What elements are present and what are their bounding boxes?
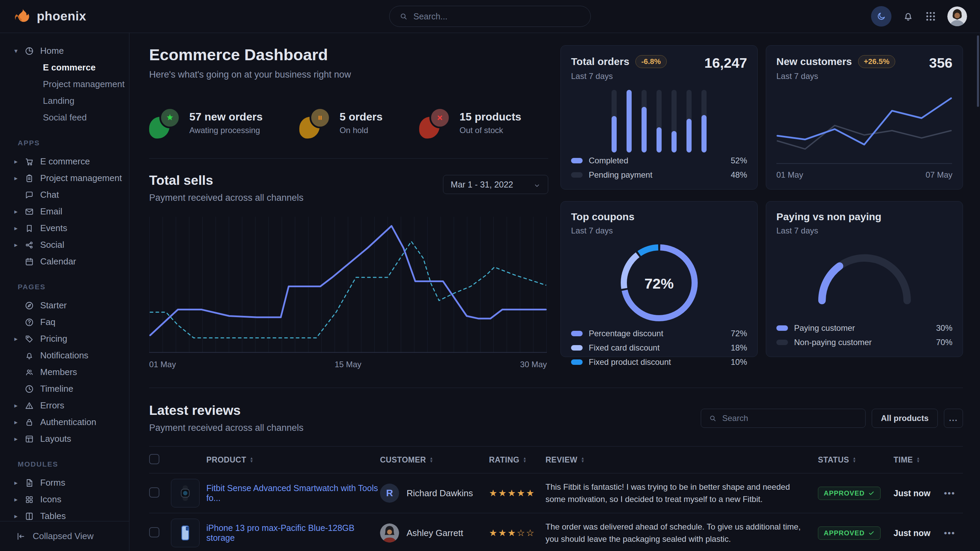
column-header-customer[interactable]: CUSTOMER▲▼ — [380, 456, 489, 465]
x-label-mid: 15 May — [335, 360, 362, 369]
sidebar-item-errors[interactable]: ▸ Errors — [0, 397, 129, 414]
product-thumbnail[interactable] — [171, 479, 200, 507]
brand[interactable]: phoenix — [13, 7, 86, 25]
table-columns-icon — [24, 511, 34, 521]
sidebar-item-members[interactable]: Members — [0, 364, 129, 381]
tag-icon — [24, 334, 34, 344]
section-divider — [149, 387, 963, 388]
sidebar-item-e-commerce[interactable]: ▸ E commerce — [0, 153, 129, 170]
product-link[interactable]: iPhone 13 pro max-Pacific Blue-128GB sto… — [206, 523, 355, 543]
new-customers-chart-svg — [776, 83, 952, 164]
review-time: Just now — [894, 488, 944, 498]
sidebar-heading-apps: APPS — [0, 139, 129, 147]
paying-vs-nonpaying-card: Paying vs non paying Last 7 days Paying … — [766, 201, 963, 357]
collapsed-view-button[interactable]: Collapsed View — [0, 521, 129, 551]
grid-squares-icon — [24, 495, 34, 504]
date-range-select[interactable]: Mar 1 - 31, 2022 — [443, 175, 548, 194]
stat-new-orders: 57 new orders Awating processing — [149, 107, 262, 138]
phoenix-logo-icon — [13, 7, 31, 25]
sidebar-item-calendar[interactable]: Calendar — [0, 253, 129, 270]
column-header-rating[interactable]: RATING▲▼ — [489, 456, 546, 465]
x-label-end: 30 May — [520, 360, 547, 369]
card-title: New customers — [776, 56, 852, 67]
caret-right-icon: ▸ — [14, 512, 24, 520]
page-subtitle: Here's what's going on at your business … — [149, 70, 548, 80]
row-checkbox[interactable] — [149, 527, 159, 537]
column-header-time[interactable]: TIME▲▼ — [894, 456, 944, 465]
column-header-product[interactable]: PRODUCT▲▼ — [206, 456, 380, 465]
search-input[interactable] — [414, 11, 581, 21]
reviews-search[interactable] — [701, 409, 865, 428]
main-content: Ecommerce Dashboard Here's what's going … — [129, 33, 980, 551]
legend-paying: Paying customer30% — [776, 323, 952, 333]
sidebar-subitem-landing[interactable]: Landing — [0, 92, 129, 109]
sidebar-item-authentication[interactable]: ▸ Authentication — [0, 414, 129, 430]
sidebar-item-faq[interactable]: Faq — [0, 314, 129, 330]
sort-icon: ▲▼ — [250, 457, 253, 463]
apps-grid-button[interactable] — [925, 11, 936, 22]
pause-icon — [315, 113, 325, 123]
sort-icon: ▲▼ — [523, 457, 527, 463]
scrollbar-thumb[interactable] — [977, 35, 979, 107]
sidebar-item-chat[interactable]: Chat — [0, 186, 129, 203]
all-products-button[interactable]: All products — [872, 409, 938, 428]
legend-swatch — [571, 359, 582, 365]
envelope-icon — [24, 207, 34, 216]
sidebar-item-starter[interactable]: Starter — [0, 297, 129, 314]
select-all-checkbox[interactable] — [149, 454, 159, 464]
product-link[interactable]: Fitbit Sense Advanced Smartwatch with To… — [206, 483, 378, 503]
search-icon — [709, 414, 717, 422]
caret-right-icon: ▸ — [14, 241, 24, 249]
total-orders-card: Total orders -6.8% Last 7 days 16,247 Co… — [560, 45, 758, 190]
legend-swatch — [571, 158, 582, 164]
sidebar-item-project-management[interactable]: ▸ Project management — [0, 170, 129, 186]
theme-toggle-button[interactable] — [871, 6, 891, 27]
sidebar-item-email[interactable]: ▸ Email — [0, 203, 129, 220]
grid-icon — [925, 11, 936, 22]
sidebar-item-icons[interactable]: ▸ Icons — [0, 491, 129, 508]
review-row: Fitbit Sense Advanced Smartwatch with To… — [149, 473, 963, 513]
sidebar-item-timeline[interactable]: Timeline — [0, 381, 129, 397]
user-avatar[interactable] — [947, 6, 967, 26]
stat-caption: Out of stock — [459, 125, 521, 135]
chevron-down-icon — [534, 181, 540, 188]
customer-name: Richard Dawkins — [407, 488, 473, 499]
sidebar-subitem-social-feed[interactable]: Social feed — [0, 109, 129, 126]
stat-blob — [149, 107, 180, 138]
sidebar-subitem-e-commerce[interactable]: E commerce — [0, 59, 129, 76]
column-header-review[interactable]: REVIEW▲▼ — [546, 456, 818, 465]
topnav-search[interactable] — [389, 6, 591, 27]
trend-badge: -6.8% — [635, 55, 667, 68]
bell-icon — [902, 11, 914, 22]
sidebar-item-tables[interactable]: ▸ Tables — [0, 508, 129, 521]
total-sells-chart-svg — [149, 217, 547, 353]
legend-swatch — [571, 331, 582, 336]
moon-icon — [876, 11, 886, 21]
topnav-actions — [871, 6, 967, 27]
rating-stars: ★★★★★ — [489, 488, 546, 499]
caret-right-icon: ▸ — [14, 435, 24, 443]
row-checkbox[interactable] — [149, 487, 159, 497]
stat-value: 57 new orders — [189, 111, 262, 123]
sidebar-item-events[interactable]: ▸ Events — [0, 220, 129, 237]
legend-swatch — [571, 345, 582, 351]
sidebar-item-home[interactable]: ▾ Home — [0, 43, 129, 59]
column-header-status[interactable]: STATUS▲▼ — [818, 456, 894, 465]
sidebar-item-pricing[interactable]: ▸ Pricing — [0, 330, 129, 347]
row-menu-button[interactable]: ••• — [944, 488, 955, 498]
card-title: Paying vs non paying — [776, 211, 952, 222]
reviews-search-input[interactable] — [722, 413, 858, 423]
caret-right-icon: ▸ — [14, 479, 24, 487]
more-options-button[interactable]: ... — [944, 409, 963, 428]
stat-caption: On hold — [339, 125, 382, 135]
product-thumbnail[interactable] — [171, 519, 200, 547]
total-sells-title: Total sells — [149, 173, 304, 188]
sidebar-item-notifications[interactable]: Notifications — [0, 347, 129, 364]
sidebar-item-forms[interactable]: ▸ Forms — [0, 475, 129, 491]
notifications-button[interactable] — [902, 11, 914, 22]
sidebar-item-social[interactable]: ▸ Social — [0, 237, 129, 253]
sidebar-item-layouts[interactable]: ▸ Layouts — [0, 430, 129, 447]
row-menu-button[interactable]: ••• — [944, 528, 955, 538]
sidebar-subitem-project-management[interactable]: Project management — [0, 76, 129, 92]
stat-caption: Awating processing — [189, 125, 262, 135]
